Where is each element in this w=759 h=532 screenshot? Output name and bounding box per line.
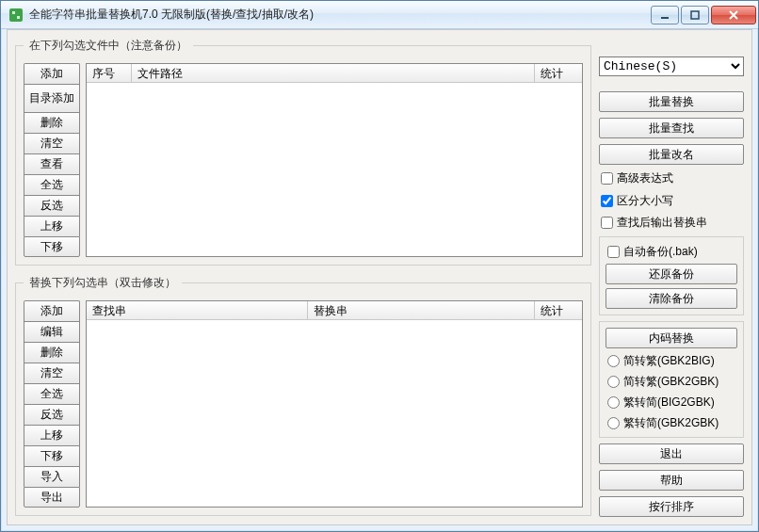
files-button-column: 添加 目录添加 删除 清空 查看 全选 反选 上移 下移 — [24, 63, 80, 257]
window-buttons — [649, 6, 756, 24]
files-group-legend: 在下列勾选文件中（注意备份） — [24, 38, 193, 54]
svg-rect-0 — [9, 8, 23, 22]
batch-replace-button[interactable]: 批量替换 — [599, 91, 744, 112]
encoding-replace-button[interactable]: 内码替换 — [606, 328, 737, 348]
backup-panel: 自动备份(.bak) 还原备份 清除备份 — [599, 236, 744, 315]
case-sensitive-input[interactable] — [601, 195, 613, 207]
files-listview[interactable]: 序号 文件路径 统计 — [86, 63, 583, 257]
output-after-find-checkbox[interactable]: 查找后输出替换串 — [599, 215, 744, 231]
strings-button-column: 添加 编辑 删除 清空 全选 反选 上移 下移 导入 导出 — [24, 300, 80, 508]
encoding-radio-4-input[interactable] — [607, 417, 620, 429]
client-area: 在下列勾选文件中（注意备份） 添加 目录添加 删除 清空 查看 全选 反选 上移… — [7, 29, 752, 525]
strings-export-button[interactable]: 导出 — [24, 487, 80, 508]
advanced-expr-checkbox[interactable]: 高级表达式 — [599, 170, 744, 186]
svg-rect-3 — [661, 17, 669, 19]
strings-listview[interactable]: 查找串 替换串 统计 — [86, 300, 583, 508]
files-moveup-button[interactable]: 上移 — [24, 216, 80, 236]
files-movedown-button[interactable]: 下移 — [24, 236, 80, 257]
sort-lines-button[interactable]: 按行排序 — [599, 496, 744, 517]
right-column: Chinese(S) 批量替换 批量查找 批量改名 高级表达式 区分大小写 查找… — [599, 38, 744, 517]
strings-col-replace[interactable]: 替换串 — [308, 301, 535, 319]
encoding-radio-1-label: 简转繁(GBK2BIG) — [623, 353, 715, 369]
case-sensitive-label: 区分大小写 — [617, 193, 673, 209]
encoding-radio-3[interactable]: 繁转简(BIG2GBK) — [606, 394, 737, 411]
strings-movedown-button[interactable]: 下移 — [24, 445, 80, 466]
exit-button[interactable]: 退出 — [599, 443, 744, 464]
batch-find-button[interactable]: 批量查找 — [599, 118, 744, 138]
strings-group: 替换下列勾选串（双击修改） 添加 编辑 删除 清空 全选 反选 上移 下移 导入… — [15, 275, 591, 516]
strings-list-body[interactable] — [87, 320, 582, 507]
strings-list-header: 查找串 替换串 统计 — [87, 301, 582, 320]
strings-import-button[interactable]: 导入 — [24, 466, 80, 487]
app-icon — [8, 8, 24, 23]
strings-group-legend: 替换下列勾选串（双击修改） — [24, 275, 182, 291]
files-list-header: 序号 文件路径 统计 — [87, 64, 582, 83]
files-view-button[interactable]: 查看 — [24, 153, 80, 174]
encoding-radio-1[interactable]: 简转繁(GBK2BIG) — [606, 352, 737, 369]
help-button[interactable]: 帮助 — [599, 470, 744, 491]
files-group: 在下列勾选文件中（注意备份） 添加 目录添加 删除 清空 查看 全选 反选 上移… — [15, 38, 591, 266]
files-selectall-button[interactable]: 全选 — [24, 174, 80, 195]
svg-rect-4 — [691, 11, 699, 19]
strings-edit-button[interactable]: 编辑 — [24, 321, 80, 342]
encoding-radio-2[interactable]: 简转繁(GBK2GBK) — [606, 373, 737, 390]
output-after-find-input[interactable] — [601, 217, 613, 229]
minimize-button[interactable] — [651, 6, 679, 24]
files-delete-button[interactable]: 删除 — [24, 112, 80, 133]
left-column: 在下列勾选文件中（注意备份） 添加 目录添加 删除 清空 查看 全选 反选 上移… — [15, 38, 591, 517]
batch-rename-button[interactable]: 批量改名 — [599, 144, 744, 165]
svg-rect-2 — [17, 16, 20, 19]
window-title: 全能字符串批量替换机7.0 无限制版(替换/查找/抽取/改名) — [29, 7, 649, 23]
encoding-radio-4[interactable]: 繁转简(GBK2GBK) — [606, 414, 737, 431]
restore-backup-button[interactable]: 还原备份 — [606, 264, 737, 284]
files-add-dir-button[interactable]: 目录添加 — [24, 84, 80, 112]
auto-backup-label: 自动备份(.bak) — [623, 244, 698, 260]
encoding-radio-2-label: 简转繁(GBK2GBK) — [623, 374, 719, 390]
close-button[interactable] — [711, 6, 756, 24]
files-list-body[interactable] — [87, 83, 582, 256]
files-clear-button[interactable]: 清空 — [24, 133, 80, 153]
maximize-button[interactable] — [681, 6, 709, 24]
auto-backup-input[interactable] — [607, 246, 620, 258]
auto-backup-checkbox[interactable]: 自动备份(.bak) — [606, 243, 737, 260]
encoding-radio-4-label: 繁转简(GBK2GBK) — [623, 415, 719, 431]
strings-add-button[interactable]: 添加 — [24, 300, 80, 321]
advanced-expr-label: 高级表达式 — [617, 170, 673, 186]
encoding-panel: 内码替换 简转繁(GBK2BIG) 简转繁(GBK2GBK) 繁转简(BIG2G… — [599, 321, 744, 438]
files-invert-button[interactable]: 反选 — [24, 195, 80, 216]
encoding-radio-3-label: 繁转简(BIG2GBK) — [623, 395, 715, 411]
output-after-find-label: 查找后输出替换串 — [617, 215, 707, 231]
clear-backup-button[interactable]: 清除备份 — [606, 288, 737, 309]
files-add-button[interactable]: 添加 — [24, 63, 80, 84]
encoding-radio-1-input[interactable] — [607, 355, 620, 367]
app-window: 全能字符串批量替换机7.0 无限制版(替换/查找/抽取/改名) 在下列勾选文件中… — [0, 0, 759, 532]
advanced-expr-input[interactable] — [601, 172, 613, 185]
files-col-path[interactable]: 文件路径 — [132, 64, 535, 82]
svg-rect-1 — [12, 11, 15, 14]
encoding-radio-2-input[interactable] — [607, 376, 620, 388]
case-sensitive-checkbox[interactable]: 区分大小写 — [599, 192, 744, 208]
strings-clear-button[interactable]: 清空 — [24, 363, 80, 383]
language-select[interactable]: Chinese(S) — [599, 56, 744, 76]
titlebar: 全能字符串批量替换机7.0 无限制版(替换/查找/抽取/改名) — [1, 1, 758, 29]
strings-col-stats[interactable]: 统计 — [535, 301, 582, 319]
files-col-index[interactable]: 序号 — [87, 64, 132, 82]
strings-delete-button[interactable]: 删除 — [24, 342, 80, 363]
encoding-radio-3-input[interactable] — [607, 396, 620, 409]
strings-selectall-button[interactable]: 全选 — [24, 383, 80, 404]
strings-invert-button[interactable]: 反选 — [24, 404, 80, 425]
strings-moveup-button[interactable]: 上移 — [24, 425, 80, 445]
strings-col-find[interactable]: 查找串 — [87, 301, 308, 319]
files-col-stats[interactable]: 统计 — [535, 64, 582, 82]
